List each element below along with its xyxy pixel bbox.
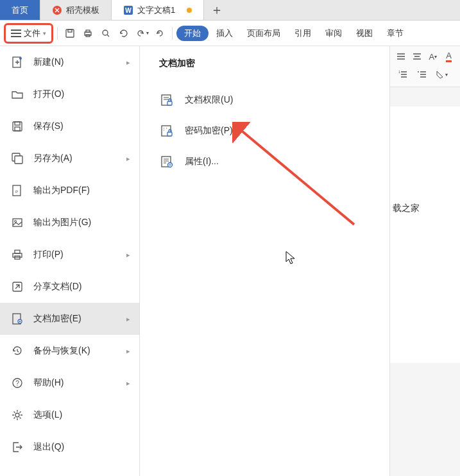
list-bullet-icon[interactable] [414,67,430,82]
menu-item-pdf[interactable]: P 输出为PDF(F) [0,174,139,207]
exit-icon [10,440,24,454]
open-icon [10,87,24,101]
svg-point-8 [103,30,108,35]
tab-templates-label: 稻壳模板 [66,4,99,16]
svg-point-19 [15,221,17,223]
doc-text: 载之家 [393,203,420,213]
tab-bar: 首页 稻壳模板 W 文字文稿1 ＋ [0,0,460,21]
submenu-item-properties[interactable]: 属性(I)... [159,146,389,177]
align-justify-icon[interactable] [395,49,407,64]
templates-icon [52,5,62,15]
menu-label: 帮助(H) [33,377,64,389]
menu-label: 打开(O) [33,89,64,100]
menu-label: 退出(Q) [33,441,64,453]
menu-item-saveas[interactable]: 另存为(A) ▸ [0,142,139,174]
file-menu-button[interactable]: 文件 ▾ [4,23,53,44]
tab-home[interactable]: 首页 [0,0,40,20]
svg-text:1: 1 [398,70,400,74]
preview-quick-icon[interactable] [98,25,114,42]
toolbar: 文件 ▾ ▾ 开始 插入 页面布局 引用 审阅 视图 章节 [0,21,460,46]
svg-point-38 [418,71,419,72]
submenu-item-permissions[interactable]: 文档权限(U) [159,85,389,115]
print-icon [10,248,24,262]
align-distribute-icon[interactable] [411,49,423,64]
menu-item-new[interactable]: 新建(N) ▸ [0,46,139,78]
svg-point-10 [19,57,22,60]
tab-document[interactable]: W 文字文稿1 [112,0,204,20]
separator [172,27,173,40]
menu-label: 输出为PDF(F) [33,185,90,196]
chevron-right-icon: ▸ [126,155,130,163]
unsaved-dot-icon [187,8,192,13]
properties-icon [159,154,175,169]
ribbon-tab-review[interactable]: 审阅 [319,28,348,39]
svg-rect-33 [167,132,172,136]
chevron-right-icon: ▸ [126,58,130,67]
menu-item-help[interactable]: ? 帮助(H) ▸ [0,367,139,399]
ribbon-tab-layout[interactable]: 页面布局 [241,28,287,39]
menu-item-print[interactable]: 打印(P) ▸ [0,239,139,271]
menu-item-encrypt[interactable]: 文档加密(E) ▸ [0,303,139,335]
menu-item-backup[interactable]: 备份与恢复(K) ▸ [0,335,139,367]
repeat-quick-icon[interactable] [115,25,132,42]
svg-text:W: W [125,7,132,14]
svg-rect-21 [15,250,20,253]
ribbon-tab-view[interactable]: 视图 [350,28,379,39]
svg-text:P: P [15,190,18,194]
separator [57,27,58,40]
hamburger-icon [11,30,21,37]
svg-rect-4 [68,30,72,32]
tab-templates[interactable]: 稻壳模板 [40,0,112,20]
font-style-icon[interactable]: A▾ [427,49,439,64]
font-color-icon[interactable]: A [443,49,455,64]
menu-label: 新建(N) [33,56,64,68]
menu-label: 另存为(A) [33,153,72,164]
backup-icon [10,344,24,358]
document-page[interactable]: 载之家 [390,106,460,363]
permissions-icon [159,92,175,108]
fill-color-icon[interactable]: ▾ [434,67,449,82]
content-area: 新建(N) ▸ 打开(O) 保存(S) 另存为(A) ▸ P 输出为PDF(F)… [0,46,460,476]
list-number-icon[interactable]: 1 [395,67,411,82]
undo-icon[interactable]: ▾ [133,25,150,42]
svg-text:?: ? [15,380,19,387]
menu-item-exit[interactable]: 退出(Q) [0,431,139,463]
redo-icon[interactable] [151,25,168,42]
ribbon-tab-insert[interactable]: 插入 [210,28,239,39]
submenu-item-password[interactable]: 密码加密(P) [159,115,389,146]
menu-item-open[interactable]: 打开(O) [0,78,139,110]
svg-rect-13 [15,127,20,131]
save-icon [10,119,24,133]
file-menu-panel: 新建(N) ▸ 打开(O) 保存(S) 另存为(A) ▸ P 输出为PDF(F)… [0,46,140,476]
svg-rect-26 [19,321,21,322]
ribbon-tab-chapter[interactable]: 章节 [380,28,410,39]
saveas-icon [10,151,24,166]
ribbon-tab-reference[interactable]: 引用 [288,28,318,39]
menu-item-options[interactable]: 选项(L) [0,399,139,431]
svg-rect-20 [13,253,22,257]
svg-rect-11 [13,122,22,131]
menu-item-share[interactable]: 分享文档(D) [0,271,139,303]
save-quick-icon[interactable] [62,25,78,42]
menu-label: 输出为图片(G) [33,217,91,228]
menu-label: 选项(L) [33,409,62,421]
format-toolbar: A▾ A 1 ▾ [390,46,460,87]
svg-rect-15 [15,156,22,164]
encrypt-icon [10,312,24,326]
ribbon-tab-start[interactable]: 开始 [176,26,209,41]
svg-rect-31 [167,101,172,105]
chevron-down-icon: ▾ [43,30,46,37]
pdf-icon: P [10,183,24,198]
menu-item-image[interactable]: 输出为图片(G) [0,207,139,239]
menu-item-save[interactable]: 保存(S) [0,110,139,142]
menu-label: 分享文档(D) [33,281,81,293]
tab-home-label: 首页 [12,4,28,16]
password-icon [159,123,175,139]
svg-point-35 [168,163,173,167]
svg-point-29 [15,413,19,417]
print-quick-icon[interactable] [80,25,96,42]
file-label: 文件 [24,28,40,39]
chevron-right-icon: ▸ [126,379,130,387]
tab-doc-label: 文字文稿1 [137,4,175,16]
add-tab-button[interactable]: ＋ [204,0,230,20]
